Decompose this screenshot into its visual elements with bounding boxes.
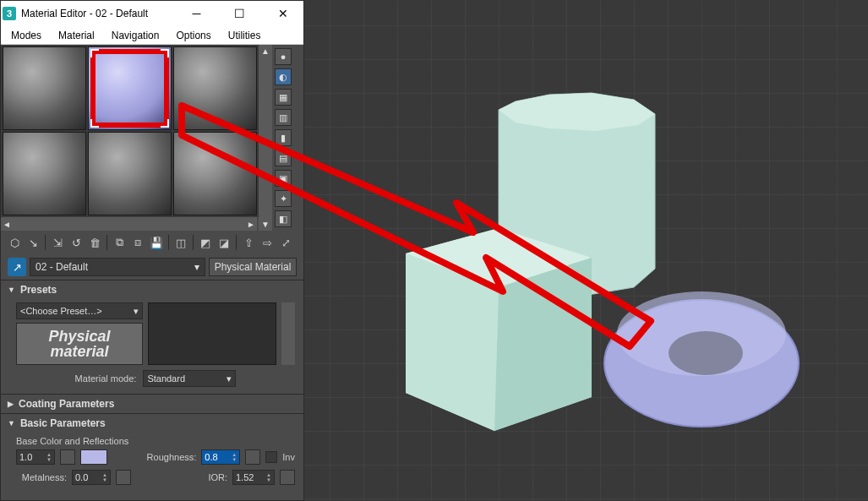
separator	[45, 235, 46, 250]
separator	[168, 235, 169, 250]
roughness-invert-checkbox[interactable]	[265, 451, 277, 463]
separator	[106, 235, 107, 250]
ior-map-button[interactable]	[280, 470, 295, 485]
coating-rollout: ▶ Coating Parameters	[1, 394, 303, 413]
pick-from-object-button[interactable]: ⤢	[277, 234, 294, 251]
make-copy-button[interactable]: ⧉	[111, 234, 128, 251]
presets-title: Presets	[20, 284, 57, 296]
roughness-label: Roughness:	[147, 452, 197, 462]
preset-logo: Physicalmaterial	[16, 323, 143, 365]
material-editor-window: 3 Material Editor - 02 - Default ─ ☐ ✕ M…	[0, 0, 304, 501]
video-check-button[interactable]: ▤	[275, 150, 292, 166]
material-toolbar: ⬡ ↘ ⇲ ↺ 🗑 ⧉ ⧈ 💾 ◫ ◩ ◪ ⇧ ⇨ ⤢	[1, 231, 303, 254]
spinner-arrows-icon[interactable]: ▲▼	[46, 452, 52, 462]
background-button[interactable]: ▦	[275, 89, 292, 106]
spinner-arrows-icon[interactable]: ▲▼	[102, 472, 107, 482]
sample-slot-0[interactable]	[3, 46, 86, 130]
options-button[interactable]: ✦	[275, 190, 292, 207]
go-forward-sibling-button[interactable]: ◪	[216, 234, 232, 251]
pick-material-button[interactable]: ↗	[8, 258, 26, 276]
go-parent-button[interactable]: ⇧	[240, 234, 257, 251]
svg-point-9	[617, 291, 786, 376]
colorchips-button[interactable]: ▮	[275, 129, 292, 146]
scroll-left-icon[interactable]: ◄	[3, 220, 11, 229]
scroll-up-icon[interactable]: ▲	[261, 46, 270, 56]
sample-side-toolbar: ● ◐ ▦ ▥ ▮ ▤ ▣ ✦ ◧	[272, 45, 294, 231]
window-title: Material Editor - 02 - Default	[21, 8, 172, 19]
presets-rollout-header[interactable]: ▼ Presets	[1, 280, 303, 299]
spinner-arrows-icon[interactable]: ▲▼	[266, 472, 271, 482]
separator	[193, 235, 194, 250]
material-mode-value: Standard	[147, 373, 185, 384]
material-mode-dropdown[interactable]: Standard ▾	[143, 370, 236, 387]
dropdown-arrow-icon: ▾	[134, 306, 139, 317]
basic-title: Basic Parameters	[20, 417, 106, 429]
menu-utilities[interactable]: Utilities	[221, 28, 268, 43]
base-weight-map-button[interactable]	[60, 449, 75, 465]
sample-type-button[interactable]: ●	[275, 48, 292, 65]
basic-parameters-rollout: ▼ Basic Parameters Base Color and Reflec…	[1, 413, 303, 492]
sample-slot-5[interactable]	[173, 132, 257, 215]
torus-object	[604, 291, 799, 427]
put-to-library-button[interactable]: 💾	[148, 234, 165, 251]
material-mode-label: Material mode:	[75, 373, 137, 384]
maximize-button[interactable]: ☐	[221, 1, 259, 26]
make-unique-button[interactable]: ⧈	[129, 234, 146, 251]
sample-slots	[1, 45, 259, 217]
uv-tiling-button[interactable]: ▥	[275, 109, 292, 126]
samples-hscroll[interactable]: ◄ ►	[1, 217, 257, 231]
assign-to-selection-button[interactable]: ⇲	[49, 234, 66, 251]
sample-slot-4[interactable]	[88, 132, 172, 215]
presets-rollout: ▼ Presets <Choose Preset…> ▾ Physicalmat…	[1, 280, 303, 394]
menu-material[interactable]: Material	[52, 28, 101, 43]
menu-bar: Modes Material Navigation Options Utilit…	[1, 26, 303, 45]
material-map-navigator-button[interactable]: ◫	[172, 234, 189, 251]
menu-modes[interactable]: Modes	[4, 28, 48, 43]
preset-scrollbar[interactable]	[281, 302, 295, 365]
delete-button[interactable]: 🗑	[86, 234, 103, 251]
base-weight-spinner[interactable]: 1.0 ▲▼	[16, 449, 55, 465]
titlebar[interactable]: 3 Material Editor - 02 - Default ─ ☐ ✕	[1, 1, 303, 26]
ior-spinner[interactable]: 1.52 ▲▼	[232, 470, 275, 485]
roughness-map-button[interactable]	[245, 449, 260, 465]
metalness-map-button[interactable]	[116, 470, 131, 485]
collapse-icon: ▼	[8, 286, 15, 294]
go-forward-button[interactable]: ⇨	[259, 234, 276, 251]
separator	[236, 235, 237, 250]
cube-object	[406, 228, 592, 431]
metalness-label: Metalness:	[16, 472, 67, 482]
scroll-down-icon[interactable]: ▼	[261, 220, 270, 229]
select-by-material-button[interactable]: ◧	[275, 210, 292, 227]
make-preview-button[interactable]: ▣	[275, 170, 292, 187]
basic-rollout-header[interactable]: ▼ Basic Parameters	[1, 414, 303, 433]
go-back-sibling-button[interactable]: ◩	[197, 234, 214, 251]
put-to-scene-button[interactable]: ↘	[25, 234, 41, 251]
material-type-button[interactable]: Physical Material	[209, 258, 297, 276]
material-name-text: 02 - Default	[35, 261, 88, 273]
preset-dropdown-value: <Choose Preset…>	[20, 306, 102, 316]
invert-label: Inv	[282, 452, 295, 462]
coating-rollout-header[interactable]: ▶ Coating Parameters	[1, 395, 303, 413]
metalness-spinner[interactable]: 0.0 ▲▼	[72, 470, 111, 485]
sample-slot-2[interactable]	[173, 46, 257, 130]
menu-navigation[interactable]: Navigation	[105, 28, 167, 43]
material-name-dropdown[interactable]: 02 - Default ▾	[30, 258, 205, 276]
minimize-button[interactable]: ─	[177, 1, 216, 26]
sample-slot-3[interactable]	[3, 132, 86, 215]
samples-vscroll[interactable]: ▲ ▼	[259, 45, 272, 231]
sample-slot-1[interactable]	[88, 46, 172, 130]
dropdown-arrow-icon: ▾	[194, 261, 199, 273]
reset-button[interactable]: ↺	[68, 234, 85, 251]
menu-options[interactable]: Options	[169, 28, 217, 43]
close-button[interactable]: ✕	[264, 1, 302, 26]
base-color-swatch[interactable]	[80, 449, 107, 465]
viewport-3d[interactable]	[304, 0, 868, 501]
preset-dropdown[interactable]: <Choose Preset…> ▾	[16, 302, 143, 319]
roughness-spinner[interactable]: 0.8 ▲▼	[201, 449, 240, 465]
get-material-button[interactable]: ⬡	[6, 234, 23, 251]
backlight-button[interactable]: ◐	[275, 68, 292, 85]
preset-thumbnails[interactable]	[148, 302, 276, 365]
scroll-right-icon[interactable]: ►	[247, 220, 255, 229]
expand-icon: ▶	[8, 400, 14, 408]
spinner-arrows-icon[interactable]: ▲▼	[232, 452, 237, 462]
